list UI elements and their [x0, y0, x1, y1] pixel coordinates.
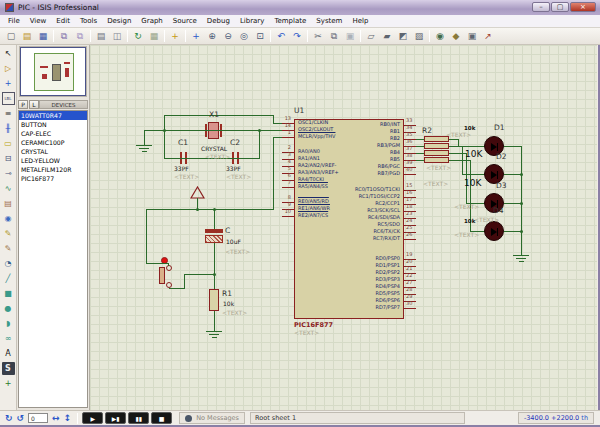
device-list-item[interactable]: PIC16F877 — [19, 174, 87, 183]
save-icon[interactable]: ▦ — [36, 29, 50, 43]
box-2d-icon[interactable]: ■ — [2, 287, 15, 300]
wire[interactable] — [214, 274, 215, 289]
menu-source[interactable]: Source — [168, 17, 202, 25]
device-list-item[interactable]: CAP-ELEC — [19, 129, 87, 138]
device-list-item[interactable]: METALFILM120R — [19, 165, 87, 174]
stop-button[interactable]: ■ — [151, 412, 172, 424]
step-button[interactable]: ▶▮ — [105, 412, 126, 424]
generator-mode-icon[interactable]: ◉ — [2, 212, 15, 225]
selection-cursor-icon[interactable]: ↖ — [2, 47, 15, 60]
close-button[interactable]: × — [570, 2, 596, 12]
pick-parts-icon[interactable]: ◉ — [433, 29, 447, 43]
device-list-item[interactable]: LED-YELLOW — [19, 156, 87, 165]
pause-button[interactable]: ▮▮ — [128, 412, 149, 424]
text-2d-icon[interactable]: A — [2, 347, 15, 360]
menu-library[interactable]: Library — [235, 17, 269, 25]
wire[interactable] — [146, 209, 274, 210]
menu-edit[interactable]: Edit — [51, 17, 75, 25]
import-section-icon[interactable]: ⧉ — [57, 29, 71, 43]
undo-icon[interactable]: ↶ — [274, 29, 288, 43]
line-2d-icon[interactable]: ╱ — [2, 272, 15, 285]
wire[interactable] — [214, 311, 215, 332]
subcircuit-icon[interactable]: ▭ — [2, 137, 15, 150]
wire[interactable] — [214, 209, 215, 229]
path-2d-icon[interactable]: ∞ — [2, 332, 15, 345]
print-icon[interactable]: ▤ — [94, 29, 108, 43]
wire[interactable] — [184, 274, 185, 289]
device-pin-icon[interactable]: ⊸ — [2, 167, 15, 180]
menu-tools[interactable]: Tools — [75, 17, 102, 25]
tape-recorder-icon[interactable]: ▤ — [2, 197, 15, 210]
zoom-in-icon[interactable]: ⊕ — [205, 29, 219, 43]
block-copy-icon[interactable]: ▱ — [364, 29, 378, 43]
resistor-r2-element[interactable] — [424, 157, 449, 163]
resistor-r2-element[interactable] — [424, 143, 449, 149]
decompose-icon[interactable]: ↗ — [481, 29, 495, 43]
menu-template[interactable]: Template — [269, 17, 311, 25]
wire[interactable] — [169, 288, 185, 289]
led-d4[interactable] — [484, 221, 504, 241]
paste-icon[interactable]: ▣ — [343, 29, 357, 43]
make-device-icon[interactable]: ◆ — [449, 29, 463, 43]
virtual-instruments-icon[interactable]: ◔ — [2, 257, 15, 270]
wire[interactable] — [146, 209, 147, 264]
component-mode-icon[interactable]: ▷ — [2, 62, 15, 75]
mirror-horizontal-icon[interactable]: ↔ — [52, 412, 60, 424]
origin-icon[interactable]: + — [168, 29, 182, 43]
device-list-item[interactable]: CERAMIC100P — [19, 138, 87, 147]
pick-devices-button[interactable]: P — [18, 100, 28, 109]
pan-icon[interactable]: + — [189, 29, 203, 43]
redraw-icon[interactable]: ↻ — [131, 29, 145, 43]
zoom-area-icon[interactable]: ⊡ — [253, 29, 267, 43]
menu-graph[interactable]: Graph — [136, 17, 167, 25]
junction-dot-icon[interactable]: + — [2, 77, 15, 90]
packaging-tool-icon[interactable]: ▣ — [465, 29, 479, 43]
terminal-icon[interactable]: ⊟ — [2, 152, 15, 165]
arc-2d-icon[interactable]: ◗ — [2, 317, 15, 330]
rotation-angle-input[interactable]: 0 — [28, 413, 48, 423]
rotate-clockwise-icon[interactable]: ↻ — [5, 412, 13, 424]
minimize-button[interactable]: – — [532, 2, 550, 12]
bus-icon[interactable]: ╫ — [2, 122, 15, 135]
wire[interactable] — [146, 263, 168, 264]
zoom-out-icon[interactable]: ⊖ — [221, 29, 235, 43]
wire[interactable] — [449, 160, 471, 161]
play-button[interactable]: ▶ — [82, 412, 103, 424]
wire[interactable] — [164, 115, 165, 159]
menu-view[interactable]: View — [25, 17, 52, 25]
voltage-probe-icon[interactable]: ✎ — [2, 227, 15, 240]
wire[interactable] — [449, 146, 463, 147]
wire[interactable] — [214, 243, 215, 275]
export-section-icon[interactable]: ⧉ — [73, 29, 87, 43]
maximize-button[interactable]: ▢ — [551, 2, 569, 12]
wire[interactable] — [273, 137, 274, 210]
cut-icon[interactable]: ✂ — [311, 29, 325, 43]
menu-design[interactable]: Design — [102, 17, 136, 25]
capacitor-c-electrolytic[interactable] — [205, 229, 223, 233]
wire[interactable] — [168, 263, 169, 266]
wire[interactable] — [144, 130, 145, 145]
resistor-r2-element[interactable] — [424, 150, 449, 156]
menu-system[interactable]: System — [311, 17, 347, 25]
rotate-anticlockwise-icon[interactable]: ↺ — [17, 412, 25, 424]
current-probe-icon[interactable]: ✎ — [2, 242, 15, 255]
overview-window[interactable] — [20, 47, 86, 96]
menu-help[interactable]: Help — [347, 17, 373, 25]
open-folder-icon[interactable]: ▤ — [20, 29, 34, 43]
push-button[interactable] — [159, 267, 165, 284]
device-list-item[interactable]: 10WATT0R47 — [19, 111, 87, 120]
capacitor-c-electrolytic[interactable] — [205, 235, 223, 243]
wire[interactable] — [521, 146, 522, 256]
device-list-item[interactable]: BUTTON — [19, 120, 87, 129]
text-script-icon[interactable]: ≡ — [2, 107, 15, 120]
mark-output-area-icon[interactable]: ◫ — [110, 29, 124, 43]
redo-icon[interactable]: ↷ — [290, 29, 304, 43]
menu-debug[interactable]: Debug — [202, 17, 235, 25]
zoom-all-icon[interactable]: ◎ — [237, 29, 251, 43]
grid-toggle-icon[interactable]: ▦ — [147, 29, 161, 43]
circle-2d-icon[interactable]: ● — [2, 302, 15, 315]
block-move-icon[interactable]: ▰ — [380, 29, 394, 43]
block-rotate-icon[interactable]: ◩ — [396, 29, 410, 43]
marker-icon[interactable]: + — [2, 377, 15, 390]
wire[interactable] — [164, 115, 274, 116]
